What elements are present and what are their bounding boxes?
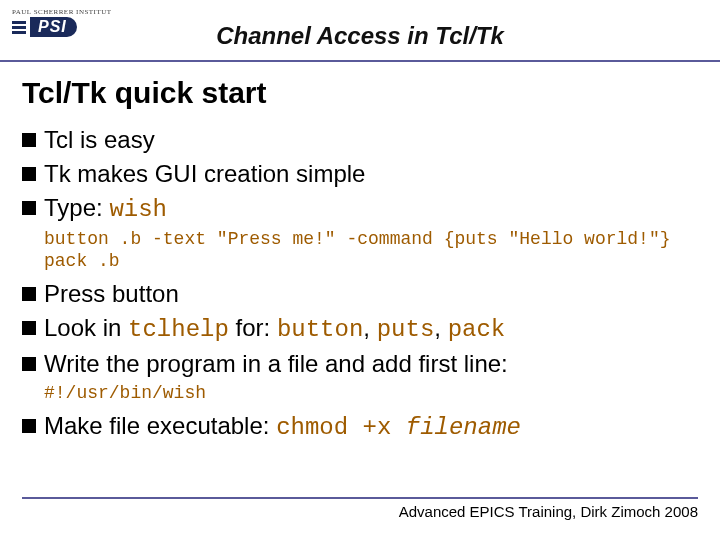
code-inline: puts xyxy=(377,316,435,343)
bullet-item: Press button xyxy=(22,278,698,310)
bullet-text-pre: Make file executable: xyxy=(44,412,276,439)
bullet-square-icon xyxy=(22,167,36,181)
bullet-item: Make file executable: chmod +x filename xyxy=(22,410,698,444)
bullet-sep: , xyxy=(363,314,376,341)
slide: PAUL SCHERRER INSTITUT PSI Channel Acces… xyxy=(0,0,720,540)
code-block: #!/usr/bin/wish xyxy=(44,382,698,404)
code-inline: wish xyxy=(109,196,167,223)
bullet-item: Tk makes GUI creation simple xyxy=(22,158,698,190)
code-line: #!/usr/bin/wish xyxy=(44,383,206,403)
bullet-text: Type: wish xyxy=(44,192,167,226)
bullet-square-icon xyxy=(22,419,36,433)
bullet-item: Look in tclhelp for: button, puts, pack xyxy=(22,312,698,346)
bullet-square-icon xyxy=(22,321,36,335)
bullet-square-icon xyxy=(22,287,36,301)
section-title: Tcl/Tk quick start xyxy=(22,76,698,110)
bullet-square-icon xyxy=(22,133,36,147)
code-inline: pack xyxy=(448,316,506,343)
slide-title: Channel Access in Tcl/Tk xyxy=(0,22,720,50)
code-inline: button xyxy=(277,316,363,343)
code-block: button .b -text "Press me!" -command {pu… xyxy=(44,228,698,272)
bullet-text-mid: for: xyxy=(229,314,277,341)
bullet-text-pre: Type: xyxy=(44,194,109,221)
code-line: pack .b xyxy=(44,251,120,271)
bullet-square-icon xyxy=(22,201,36,215)
code-inline: chmod +x xyxy=(276,414,406,441)
bullet-text: Look in tclhelp for: button, puts, pack xyxy=(44,312,505,346)
bullet-item: Type: wish xyxy=(22,192,698,226)
bullet-item: Tcl is easy xyxy=(22,124,698,156)
bullet-sep: , xyxy=(434,314,447,341)
bullet-text: Tk makes GUI creation simple xyxy=(44,158,365,190)
bullet-text-pre: Look in xyxy=(44,314,128,341)
code-inline: tclhelp xyxy=(128,316,229,343)
slide-footer: Advanced EPICS Training, Dirk Zimoch 200… xyxy=(22,497,698,520)
code-line: button .b -text "Press me!" -command {pu… xyxy=(44,229,671,249)
bullet-text: Press button xyxy=(44,278,179,310)
slide-header: PAUL SCHERRER INSTITUT PSI Channel Acces… xyxy=(0,0,720,62)
code-arg: filename xyxy=(406,414,521,441)
bullet-text: Make file executable: chmod +x filename xyxy=(44,410,521,444)
bullet-text: Tcl is easy xyxy=(44,124,155,156)
bullet-item: Write the program in a file and add firs… xyxy=(22,348,698,380)
bullet-square-icon xyxy=(22,357,36,371)
slide-body: Tcl/Tk quick start Tcl is easy Tk makes … xyxy=(0,62,720,444)
bullet-text: Write the program in a file and add firs… xyxy=(44,348,508,380)
logo-institute-text: PAUL SCHERRER INSTITUT xyxy=(12,8,112,16)
